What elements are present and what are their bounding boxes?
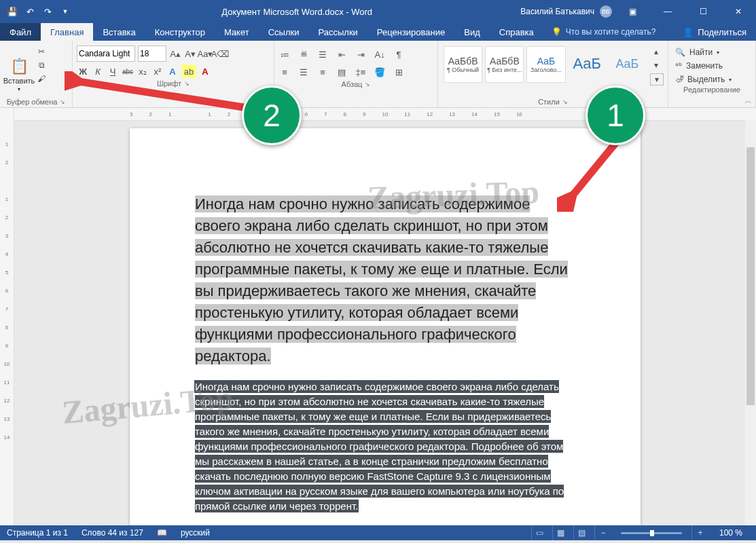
tab-mailings[interactable]: Рассылки (308, 23, 367, 41)
replace-button[interactable]: ᵃᵇЗаменить (675, 61, 749, 71)
sort-button[interactable]: A↓ (374, 48, 386, 61)
collapse-ribbon-button[interactable]: ︿ (744, 96, 752, 106)
cursor-icon: ⮰ (675, 75, 683, 84)
replace-icon: ᵃᵇ (675, 61, 682, 71)
borders-button[interactable]: ⊞ (393, 65, 405, 79)
zoom-slider[interactable] (621, 532, 682, 534)
style-no-spacing[interactable]: АаБбВ¶ Без инте... (485, 46, 524, 83)
status-page[interactable]: Страница 1 из 1 (0, 528, 75, 538)
tab-review[interactable]: Рецензирование (367, 23, 454, 41)
align-left-button[interactable]: ≡ (278, 65, 291, 79)
tab-references[interactable]: Ссылки (259, 23, 309, 41)
status-language[interactable]: русский (174, 528, 217, 538)
zoom-level[interactable]: 100 % (713, 528, 749, 538)
align-right-button[interactable]: ≡ (317, 65, 329, 79)
format-painter-button[interactable]: 🖌 (35, 73, 48, 84)
title-bar: 💾 ↶ ↷ ▼ Документ Microsoft Word.docx - W… (0, 0, 756, 23)
show-marks-button[interactable]: ¶ (393, 48, 405, 61)
scrollbar-thumb[interactable] (746, 147, 755, 405)
user-name[interactable]: Василий Батькавич (520, 7, 594, 16)
strikethrough-button[interactable]: abc (122, 64, 134, 78)
multilevel-button[interactable]: ☰ (317, 48, 329, 61)
share-icon: 👤 (683, 27, 694, 37)
italic-button[interactable]: К (92, 64, 104, 78)
document-page[interactable]: Иногда нам срочно нужно записать содержи… (130, 128, 641, 525)
minimize-button[interactable]: — (653, 0, 683, 23)
styles-scroll-up[interactable]: ▴ (650, 46, 662, 57)
change-case-button[interactable]: Aa▾ (199, 47, 211, 60)
increase-indent-button[interactable]: ⇥ (355, 48, 367, 61)
styles-scroll-down[interactable]: ▾ (650, 60, 662, 71)
select-button[interactable]: ⮰Выделить▾ (675, 75, 749, 84)
window-title: Документ Microsoft Word.docx - Word (73, 7, 520, 17)
cut-button[interactable]: ✂ (35, 46, 48, 57)
qat-customize-button[interactable]: ▼ (57, 3, 73, 20)
font-launcher[interactable]: ↘ (184, 80, 190, 87)
save-button[interactable]: 💾 (4, 3, 20, 20)
copy-button[interactable]: ⧉ (35, 60, 48, 71)
numbering-button[interactable]: ≝ (298, 48, 310, 61)
undo-button[interactable]: ↶ (22, 3, 38, 20)
style-heading3[interactable]: АаБ (609, 46, 646, 81)
maximize-button[interactable]: ☐ (688, 0, 718, 23)
line-spacing-button[interactable]: ‡≡ (355, 65, 367, 79)
font-color-button[interactable]: A (199, 64, 211, 78)
zoom-in-button[interactable]: + (691, 525, 708, 540)
zoom-out-button[interactable]: − (594, 525, 611, 540)
group-font: A▴ A▾ Aa▾ A⌫ Ж К Ч abc x₂ x² A ab A Шриф… (73, 41, 274, 107)
bold-button[interactable]: Ж (77, 64, 89, 78)
shrink-font-button[interactable]: A▾ (184, 47, 196, 60)
style-heading2[interactable]: АаБ (569, 46, 606, 81)
vertical-scrollbar[interactable] (745, 120, 756, 525)
status-spellcheck[interactable]: 📖 (150, 528, 174, 538)
tab-view[interactable]: Вид (454, 23, 490, 41)
style-normal[interactable]: АаБбВ¶ Обычный (444, 46, 482, 83)
underline-button[interactable]: Ч (107, 64, 119, 78)
status-bar: Страница 1 из 1 Слово 44 из 127 📖 русски… (0, 525, 756, 540)
grow-font-button[interactable]: A▴ (169, 47, 181, 60)
clear-formatting-button[interactable]: A⌫ (214, 47, 226, 60)
align-center-button[interactable]: ☰ (298, 65, 310, 79)
paragraph-1[interactable]: Иногда нам срочно нужно записать содержи… (195, 193, 575, 367)
close-button[interactable]: ✕ (723, 0, 753, 23)
web-layout-button[interactable]: ▤ (573, 525, 590, 540)
font-size-select[interactable] (138, 45, 166, 62)
bullets-button[interactable]: ≔ (278, 48, 291, 61)
find-button[interactable]: 🔍Найти▾ (675, 48, 749, 57)
justify-button[interactable]: ▤ (336, 65, 348, 79)
document-area: 12 1234567891011121314 321 1234567891011… (0, 108, 756, 525)
font-name-select[interactable] (77, 45, 135, 62)
ribbon-display-button[interactable]: ▣ (617, 0, 647, 23)
superscript-button[interactable]: x² (151, 64, 164, 78)
tab-file[interactable]: Файл (0, 23, 41, 41)
tab-design[interactable]: Конструктор (145, 23, 215, 41)
tab-insert[interactable]: Вставка (93, 23, 145, 41)
paste-button[interactable]: 📋 Вставить ▾ (4, 43, 34, 92)
subscript-button[interactable]: x₂ (137, 64, 149, 78)
group-clipboard: 📋 Вставить ▾ ✂ ⧉ 🖌 Буфер обмена↘ (0, 41, 73, 107)
tab-help[interactable]: Справка (490, 23, 543, 41)
style-heading1[interactable]: АаБЗаголово... (526, 46, 565, 83)
share-button[interactable]: 👤Поделиться (673, 23, 756, 41)
tab-home[interactable]: Главная (41, 23, 93, 41)
avatar[interactable]: ВБ (600, 5, 612, 18)
paragraph-launcher[interactable]: ↘ (365, 81, 370, 88)
redo-button[interactable]: ↷ (39, 3, 56, 20)
paragraph-2[interactable]: Иногда нам срочно нужно записать содержи… (195, 379, 575, 514)
text-effects-button[interactable]: A (166, 64, 179, 78)
decrease-indent-button[interactable]: ⇤ (336, 48, 348, 61)
styles-launcher[interactable]: ↘ (562, 98, 568, 105)
annotation-badge-2: 2 (242, 86, 302, 145)
clipboard-launcher[interactable]: ↘ (60, 98, 65, 105)
tab-layout[interactable]: Макет (215, 23, 259, 41)
shading-button[interactable]: 🪣 (374, 65, 386, 79)
tell-me-search[interactable]: 💡Что вы хотите сделать? (543, 23, 664, 41)
read-mode-button[interactable]: ▭ (531, 525, 548, 540)
styles-more-button[interactable]: ▾ (650, 73, 664, 86)
ribbon: 📋 Вставить ▾ ✂ ⧉ 🖌 Буфер обмена↘ A▴ A▾ A… (0, 41, 756, 108)
status-words[interactable]: Слово 44 из 127 (75, 528, 150, 538)
highlight-button[interactable]: ab (181, 64, 196, 78)
search-icon: 🔍 (675, 48, 685, 57)
print-layout-button[interactable]: ▦ (552, 525, 569, 540)
annotation-badge-1: 1 (586, 86, 645, 145)
